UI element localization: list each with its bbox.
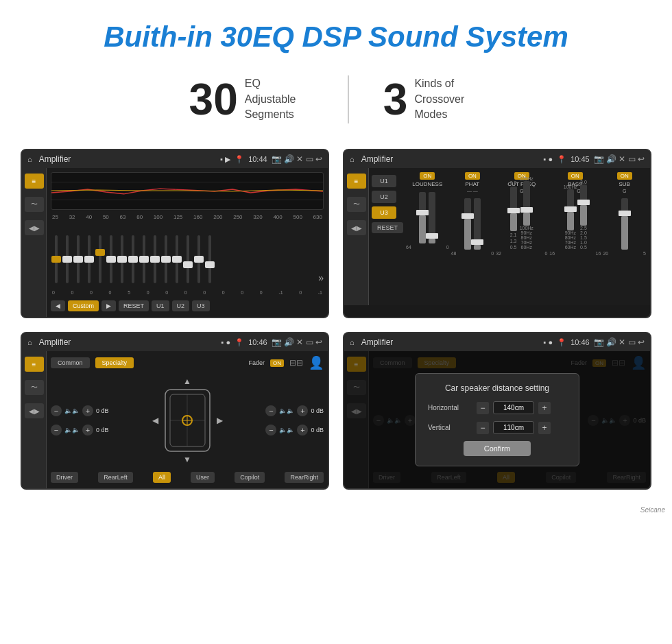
db-rr-minus[interactable]: − — [265, 425, 276, 436]
user-btn[interactable]: User — [191, 472, 215, 483]
u3-btn[interactable]: U3 — [192, 300, 210, 311]
prev-btn[interactable]: ◀ — [51, 300, 65, 311]
nav-right-arrow[interactable]: ▶ — [217, 416, 223, 425]
db-fl-minus[interactable]: − — [51, 405, 62, 416]
screen2-sidebar: ≡ 〜 ◀▶ — [344, 168, 369, 305]
vertical-plus[interactable]: + — [538, 422, 551, 434]
db-rr-plus[interactable]: + — [297, 425, 308, 436]
eq-slider-8[interactable] — [128, 235, 139, 283]
eq-slider-13[interactable] — [182, 235, 193, 283]
eq-slider-15[interactable] — [204, 235, 215, 283]
play-btn[interactable]: ▶ — [101, 300, 116, 311]
cutfreq-slider1[interactable] — [510, 187, 517, 231]
page-title: Buith-in 30EQ DSP Sound System — [0, 0, 672, 60]
eq-slider-1[interactable] — [51, 235, 62, 283]
driver-btn[interactable]: Driver — [51, 472, 78, 483]
u2-btn[interactable]: U2 — [172, 300, 190, 311]
db-icon: 🔈🔈 — [64, 407, 80, 414]
db-rl-plus[interactable]: + — [82, 425, 93, 436]
horizontal-plus[interactable]: + — [538, 402, 551, 414]
fader-on[interactable]: ON — [270, 359, 284, 367]
cx-sidebar-btn3[interactable]: ◀▶ — [347, 220, 366, 235]
cx-reset[interactable]: RESET — [372, 222, 403, 233]
eq-sidebar-btn3[interactable]: ◀▶ — [25, 220, 44, 235]
db-fl-plus[interactable]: + — [82, 405, 93, 416]
rearleft-btn[interactable]: RearLeft — [98, 472, 133, 483]
home-icon2[interactable]: ⌂ — [350, 155, 355, 163]
speaker-bottom: Driver RearLeft All User Copilot RearRig… — [51, 470, 324, 484]
db-control-fl: − 🔈🔈 + 0 dB — [51, 405, 109, 416]
eq-main: 2532405063 80100125160200 25032040050063… — [47, 168, 328, 317]
eq-slider-9[interactable] — [139, 235, 149, 283]
u1-preset[interactable]: U1 — [372, 175, 396, 187]
home-icon4[interactable]: ⌂ — [350, 338, 355, 346]
sp-sidebar-btn3[interactable]: ◀▶ — [25, 403, 44, 418]
eq-slider-3[interactable] — [73, 235, 84, 283]
cx-sidebar-btn2[interactable]: 〜 — [347, 197, 366, 212]
eq-slider-12[interactable] — [171, 235, 182, 283]
cutfreq-slider2[interactable] — [523, 181, 530, 226]
cx-columns: ON LOUDNESS — [406, 172, 646, 301]
db-fr-plus[interactable]: + — [297, 405, 308, 416]
stat-crossover: 3 Kinds ofCrossover Modes — [349, 74, 518, 125]
db-rl-minus[interactable]: − — [51, 425, 62, 436]
loudness-slider1[interactable] — [419, 192, 426, 243]
eq-bottom: ◀ Custom ▶ RESET U1 U2 U3 — [51, 299, 324, 313]
expand-icon[interactable]: » — [318, 272, 324, 283]
phat-slider2[interactable] — [474, 198, 481, 250]
eq-sidebar-btn1[interactable]: ≡ — [25, 174, 44, 189]
all-btn[interactable]: All — [153, 472, 171, 483]
reset-btn[interactable]: RESET — [119, 300, 149, 311]
sub-on[interactable]: ON — [617, 172, 632, 180]
eq-slider-4[interactable] — [84, 235, 95, 283]
u1-btn[interactable]: U1 — [152, 300, 169, 311]
db-fr-value: 0 dB — [311, 407, 324, 414]
eq-slider-11[interactable] — [160, 235, 171, 283]
menu-icon4: ▪ ● — [544, 338, 553, 346]
eq-sidebar-btn2[interactable]: 〜 — [25, 197, 44, 212]
sub-slider1[interactable] — [621, 198, 628, 250]
screen3-topbar: ⌂ Amplifier ▪ ● 📍 10:46 📷 🔊 ✕ ▭ ↩ — [22, 333, 328, 351]
nav-left-arrow[interactable]: ◀ — [152, 416, 158, 425]
nav-up-arrow[interactable]: ▲ — [183, 377, 191, 386]
bass-col: ON BASS F G 100Hz 90Hz 80H — [549, 172, 601, 301]
bass-slider1[interactable] — [567, 189, 574, 230]
eq-slider-10[interactable] — [149, 235, 160, 283]
home-icon3[interactable]: ⌂ — [27, 338, 32, 346]
copilot-btn[interactable]: Copilot — [235, 472, 265, 483]
u3-preset[interactable]: U3 — [372, 206, 396, 219]
bass-slider2[interactable] — [580, 184, 587, 226]
rearright-btn[interactable]: RearRight — [285, 472, 324, 483]
db-fl-value: 0 dB — [96, 407, 109, 414]
screen-eq: ⌂ Amplifier ▪ ▶ 📍 10:44 📷 🔊 ✕ ▭ ↩ ≡ 〜 ◀▶ — [21, 149, 329, 318]
eq-slider-14[interactable] — [193, 235, 204, 283]
cx-sidebar-btn1[interactable]: ≡ — [347, 174, 366, 189]
loudness-on[interactable]: ON — [420, 172, 435, 180]
loudness-slider2[interactable] — [429, 192, 435, 243]
specialty-btn[interactable]: Specialty — [95, 357, 134, 368]
bass-on[interactable]: ON — [568, 172, 583, 180]
screen1-sidebar: ≡ 〜 ◀▶ — [22, 168, 47, 317]
eq-slider-2[interactable] — [62, 235, 73, 283]
db-icon3: 🔈🔈 — [279, 407, 294, 414]
sp-sidebar-btn1[interactable]: ≡ — [25, 357, 44, 372]
phat-on[interactable]: ON — [465, 172, 480, 180]
dialog-overlay: Car speaker distance setting Horizontal … — [344, 351, 650, 488]
stat-eq: 30 EQ AdjustableSegments — [155, 74, 348, 125]
phat-slider1[interactable] — [464, 198, 471, 250]
eq-slider-6[interactable] — [106, 235, 117, 283]
nav-down-arrow[interactable]: ▼ — [183, 455, 191, 464]
confirm-button[interactable]: Confirm — [464, 441, 531, 456]
u2-preset[interactable]: U2 — [372, 191, 396, 203]
eq-slider-7[interactable] — [117, 235, 128, 283]
sp-sidebar-btn2[interactable]: 〜 — [25, 380, 44, 395]
horizontal-minus[interactable]: − — [477, 402, 489, 414]
home-icon[interactable]: ⌂ — [27, 155, 32, 163]
eq-slider-5[interactable] — [95, 235, 106, 283]
common-btn[interactable]: Common — [51, 357, 90, 368]
db-fr-minus[interactable]: − — [265, 405, 276, 416]
custom-btn[interactable]: Custom — [68, 300, 99, 311]
vertical-minus[interactable]: − — [477, 422, 489, 434]
fader-label: Fader — [248, 359, 265, 366]
location-icon2: 📍 — [557, 155, 566, 164]
